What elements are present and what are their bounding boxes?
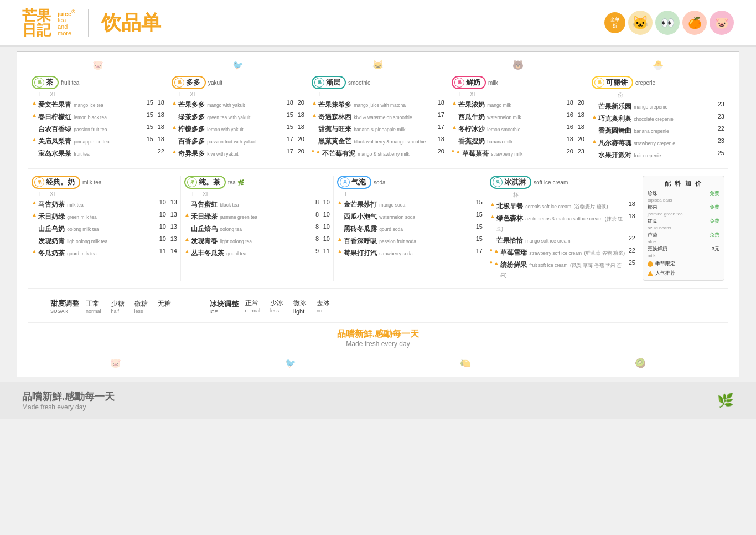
deco-bottom-4: 🥝 (635, 358, 646, 368)
logo-zh2: 日記 (22, 23, 51, 37)
mt-item-5: ▲ 冬瓜奶茶 gourd milk tea 1114 (32, 248, 177, 258)
mascot-yellow: 🐱 (628, 11, 653, 35)
bottom-categories: 果 经典。奶 milk tea L XL ▲ 马告奶茶 milk tea 101… (28, 176, 728, 289)
yakuit-en: yakuit (208, 80, 222, 86)
sugar-opt-less: 微糖 less (134, 299, 148, 314)
ice-opt-normal: 正常 normal (245, 299, 261, 315)
fruit-tea-zh: 茶 (46, 78, 53, 88)
ice-cream-title: 果 冰淇淋 soft ice cream (490, 176, 635, 189)
fruit-tea-sizes: L XL (39, 91, 164, 97)
yakuit-item-5: ▲ 奇异果多 kiwi with yakuit 1720 (172, 148, 304, 158)
smoothie-icon: 果 (314, 78, 324, 88)
fruit-tea-title: 果 茶 fruit tea (32, 76, 164, 89)
item-zh-2: 春日柠檬红 (38, 114, 71, 120)
tea-item-5: ▲ 丛丰冬瓜茶 gourd tea 911 (184, 248, 330, 258)
bullet-3: ▲ (32, 124, 37, 130)
milk-tea-title: 果 经典。奶 milk tea (32, 176, 177, 189)
yakuit-item-1: ▲ 芒果多多 mango with yakuit 1820 (172, 99, 304, 109)
header-mascots: 全单折 🐱 👀 🍊 🐷 (604, 11, 734, 35)
fruit-tea-en: fruit tea (61, 80, 79, 86)
menu-container: 🐷 🐦 🐱 🐻 🐣 果 茶 fruit tea L XL (17, 51, 739, 377)
item-body-2: 春日柠檬红 lemon black tea (38, 111, 144, 121)
soda-item-5: ▲ 莓果打打汽 strawberry soda 17 (337, 248, 483, 258)
popular-label: 人气推荐 (655, 270, 675, 277)
item-prices-4: 15 18 (146, 136, 164, 142)
popular-arrow (648, 271, 653, 276)
smoothie-item-3: ▲ 甜蕉与旺来 banana & pineapple milk 17 (312, 124, 444, 133)
item-en-5: fruit tea (74, 151, 89, 157)
ice-opt-light: 微冰 light (293, 299, 307, 315)
mt-item-3: ▲ 山丘乌奶 oolong milk tea 1013 (32, 223, 177, 233)
smoothie-item-1: ▲ 芒果抹希多 mango juice with matcha 18 (312, 99, 444, 109)
item-body-5: 宝岛水果茶 fruit tea (38, 148, 144, 158)
header: 芒果 日記 juice® tea and more 饮品单 全单折 🐱 (0, 0, 756, 47)
fruit-tea-item-5: ▲ 宝岛水果茶 fruit tea 22 (32, 148, 164, 158)
tea-item-3: ▲ 山丘焙乌 oolong tea 810 (184, 223, 330, 233)
ice-label-zh: 冰块调整 (210, 299, 239, 309)
milk-item-2: ▲ 西瓜牛奶 watermelon milk 1618 (452, 111, 584, 121)
soda-title: 果 气泡 soda (337, 176, 483, 189)
item-prices-2: 15 18 (146, 111, 164, 118)
cat-milk: 果 鲜奶 milk L XL ▲ 芒果浓奶 mango milk 1820 ▲ (448, 76, 588, 162)
yakuit-item-4: ▲ 百香多多 passion fruit with yakuit 1720 (172, 136, 304, 146)
yakuit-icon: 果 (174, 78, 184, 88)
legend-seasonal: 季节限定 (648, 260, 719, 268)
cat-creperie: 果 可丽饼 creperie 份 ▲ 芒果新乐园 mango crepenie … (588, 76, 728, 162)
soda-item-1: ▲ 金芒果苏打 mango soda 15 (337, 199, 483, 209)
logo-reg: ® (71, 9, 75, 14)
deco-bottom-3: 🍋 (460, 358, 471, 368)
item-en-2: lemon black tea (74, 115, 107, 120)
yakuit-badge: 果 多多 (172, 76, 206, 89)
bullet-2: ▲ (32, 112, 37, 118)
item-en-4: pineapple ice tea (74, 139, 109, 145)
footer: 品嚐新鮮.感動每一天 Made fresh every day 🌿 (0, 382, 756, 419)
item-en-1: mango ice tea (74, 102, 103, 108)
milk-title: 果 鲜奶 milk (452, 76, 584, 89)
fruit-tea-item-3: ▲ 台农百香绿 passion fruit tea 15 18 (32, 124, 164, 133)
smoothie-item-2: ▲ 奇遇森林西 kiwi & watermelon smoothie 17 (312, 111, 444, 121)
header-left: 芒果 日記 juice® tea and more 饮品单 (22, 8, 161, 37)
addons-title: 配 料 加 价 (648, 179, 719, 188)
item-prices-5: 22 (146, 148, 164, 155)
soda-item-2: ▲ 西瓜小泡气 watermelon soda 15 (337, 211, 483, 221)
footer-zh: 品嚐新鮮.感動每一天 (22, 390, 115, 403)
creperie-item-1: ▲ 芒果新乐园 mango crepenie 23 (592, 101, 724, 111)
milk-item-4: ▲ 香蕉捏奶 banana milk 1820 (452, 136, 584, 146)
creperie-item-3: ▲ 香蕉圆舞曲 banana crepenie 22 (592, 125, 724, 135)
sale-badge: 全单折 (604, 12, 625, 33)
tagline-zh: 品嚐新鮮.感動每一天 (28, 328, 728, 340)
mt-item-2: ▲ 禾日奶绿 green milk tea 1013 (32, 211, 177, 221)
addon-row-4: 芦荟aloe 免费 (648, 232, 719, 244)
milk-badge: 果 鲜奶 (452, 76, 486, 89)
sugar-label-en: SUGAR (50, 308, 79, 314)
sugar-opt-half: 少糖 half (111, 299, 125, 314)
creperie-icon: 果 (594, 78, 604, 88)
y-body-1: 芒果多多 mango with yakuit (178, 99, 284, 109)
smoothie-item-5: ● ▲ 不芒莓有泥 mango & strawberry milk 20 (312, 148, 444, 158)
fruit-tea-badge: 果 茶 (32, 76, 59, 89)
addon-row-3: 红豆azuki beans 免费 (648, 218, 719, 230)
creperie-title: 果 可丽饼 creperie (592, 76, 724, 89)
sugar-opt-none: 无糖 (158, 299, 171, 314)
creperie-badge: 果 可丽饼 (592, 76, 633, 89)
deco-bottom-2: 🐦 (285, 358, 296, 368)
cat-tea: 果 纯。茶 tea 🌿 L XL ▲ 马告蜜红 black tea 810 ▲ (181, 176, 334, 281)
legend-popular: 人气推荐 (648, 270, 719, 277)
ice-label-en: ICE (210, 309, 239, 315)
deco-pig: 🐷 (92, 60, 103, 70)
creperie-item-2: ▲ 巧克奥利奥 chocolate crepenie 23 (592, 113, 724, 123)
yakuit-zh: 多多 (186, 78, 200, 88)
header-divider (88, 9, 89, 37)
page-wrapper: 芒果 日記 juice® tea and more 饮品单 全单折 🐱 (0, 0, 756, 419)
cat-smoothie: 果 渐层 smoothie L ▲ 芒果抹希多 mango juice with… (308, 76, 448, 162)
addons-section: 配 料 加 价 珍珠tapioca balls 免费 椰果jasmine gre… (639, 176, 728, 281)
mt-item-4: ▲ 发现奶青 ligh oolong milk tea 1013 (32, 235, 177, 245)
soda-badge: 果 气泡 (337, 176, 371, 189)
footer-en: Made fresh every day (22, 403, 115, 411)
deco-cat: 🐱 (372, 60, 384, 70)
smoothie-item-4: ▲ 黑菓黄金芒 black wolfberry & mango smoothie… (312, 136, 444, 146)
sugar-options: 正常 normal 少糖 half 微糖 less 无糖 (86, 299, 171, 314)
milk-icon: 果 (454, 78, 464, 88)
tagline: 品嚐新鮮.感動每一天 Made fresh every day (28, 322, 728, 353)
item-zh-4: 关庙凤梨青 (38, 138, 71, 145)
